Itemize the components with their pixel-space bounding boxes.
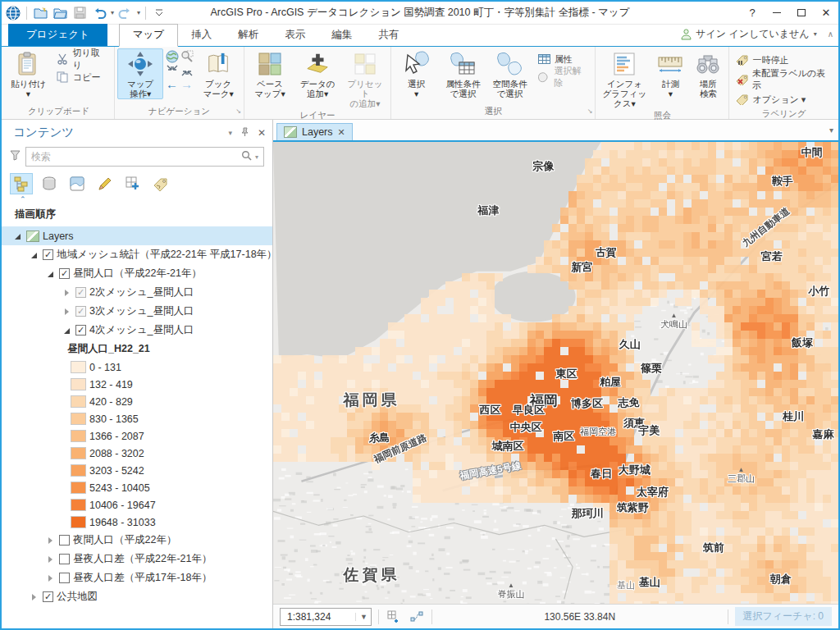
editing-status-icon[interactable] (409, 609, 425, 625)
zoom-to-selection-icon[interactable] (180, 50, 194, 63)
legend-swatch[interactable] (71, 516, 86, 528)
expand-arrow-icon[interactable] (13, 231, 23, 241)
legend-class-item[interactable]: 132 - 419 (2, 376, 272, 393)
new-layer-tab[interactable] (121, 173, 144, 194)
list-by-drawing-order-tab[interactable] (10, 173, 33, 194)
ribbon-tab-表示[interactable]: 表示 (272, 25, 318, 46)
save-button[interactable] (71, 5, 88, 21)
legend-swatch[interactable] (71, 378, 86, 390)
search-dropdown-icon[interactable]: ▾ (255, 153, 258, 161)
layer-visibility-checkbox[interactable]: ✓ (43, 249, 53, 260)
layer-tree-item[interactable]: ✓昼間人口（平成22年-21年） (2, 264, 272, 283)
legend-swatch[interactable] (71, 447, 86, 459)
expand-arrow-icon[interactable] (46, 573, 56, 583)
expand-arrow-icon[interactable] (62, 288, 72, 298)
search-input[interactable] (31, 151, 238, 162)
dialog-launcher-icon[interactable]: ↘ (235, 105, 241, 117)
legend-field-caption[interactable]: 昼間人口_H22_21 (2, 340, 272, 358)
ribbon-tab-解析[interactable]: 解析 (225, 25, 272, 46)
new-project-button[interactable] (32, 5, 48, 21)
ribbon-tab-編集[interactable]: 編集 (318, 25, 365, 46)
bookmarks-button[interactable]: ブック マーク▾ (195, 48, 241, 99)
pause-labeling-button[interactable]: 一時停止 (732, 52, 836, 68)
snapping-toggle-icon[interactable] (386, 609, 402, 625)
close-pane-icon[interactable]: ✕ (258, 127, 266, 139)
collapse-gallery-chevron[interactable]: ⌃ (2, 196, 272, 203)
filter-funnel-icon[interactable] (10, 149, 21, 164)
layer-visibility-checkbox[interactable]: ✓ (43, 591, 53, 602)
layer-tree-item[interactable]: Layers (2, 226, 272, 245)
layer-tree-item[interactable]: ✓4次メッシュ_昼間人口 (2, 321, 272, 340)
layer-visibility-checkbox[interactable] (59, 554, 70, 564)
sign-in-status[interactable]: サイン インしていません ▾ ∧ (681, 27, 833, 41)
legend-swatch[interactable] (71, 499, 86, 511)
legend-class-item[interactable]: 3203 - 5242 (2, 462, 272, 479)
paste-button[interactable]: 貼り付け ▾ (6, 48, 51, 99)
legend-class-item[interactable]: 1366 - 2087 (2, 427, 272, 445)
map-canvas[interactable] (273, 142, 838, 604)
map-view-tab[interactable]: Layers ✕ (276, 123, 353, 140)
expand-arrow-icon[interactable] (62, 307, 72, 317)
layer-tree-item[interactable]: 昼夜人口差（平成17年-18年） (2, 568, 272, 587)
legend-class-item[interactable]: 2088 - 3202 (2, 445, 272, 462)
legend-class-item[interactable]: 830 - 1365 (2, 410, 272, 427)
layer-visibility-checkbox[interactable]: ✓ (75, 325, 86, 336)
legend-class-item[interactable]: 420 - 829 (2, 393, 272, 410)
list-by-data-source-tab[interactable] (38, 173, 61, 194)
layer-tree-item[interactable]: 昼夜人口差（平成22年-21年） (2, 550, 272, 568)
select-by-location-button[interactable]: 空間条件 で選択 (487, 48, 532, 99)
layer-visibility-checkbox[interactable] (59, 573, 70, 583)
expand-arrow-icon[interactable] (62, 326, 72, 336)
pane-menu-icon[interactable]: ▾ (228, 129, 232, 137)
locate-button[interactable]: 場所 検索 (690, 48, 726, 99)
layer-tree-item[interactable]: ✓3次メッシュ_昼間人口 (2, 302, 272, 321)
next-extent-icon[interactable]: → (180, 78, 194, 91)
collapse-ribbon-icon[interactable]: ∧ (828, 30, 833, 39)
add-preset-button[interactable]: プリセット の追加▾ (342, 48, 388, 109)
labeling-options-button[interactable]: オプション ▾ (732, 91, 836, 107)
clear-selection-button[interactable]: 選択解除 (534, 69, 593, 85)
legend-class-item[interactable]: 0 - 131 (2, 358, 272, 376)
select-by-attributes-button[interactable]: 属性条件 で選択 (441, 48, 486, 99)
infographics-button[interactable]: インフォ グラフィックス▾ (598, 48, 651, 109)
explore-button[interactable]: マップ 操作▾ (117, 48, 163, 99)
view-unplaced-labels-button[interactable]: 未配置ラベルの表示 (732, 71, 836, 88)
help-button[interactable]: ? (740, 2, 765, 24)
ribbon-tab-プロジェクト[interactable]: プロジェクト (8, 24, 107, 46)
fixed-zoom-out-icon[interactable] (180, 64, 194, 77)
legend-class-item[interactable]: 10406 - 19647 (2, 496, 272, 514)
legend-swatch[interactable] (71, 395, 86, 408)
measure-button[interactable]: 計測 ▾ (652, 48, 688, 99)
legend-swatch[interactable] (71, 430, 86, 442)
search-icon[interactable] (241, 149, 252, 164)
ribbon-tab-マップ[interactable]: マップ (119, 24, 178, 47)
layer-tree-item[interactable]: ✓2次メッシュ_昼間人口 (2, 283, 272, 302)
basemap-button[interactable]: ベース マップ▾ (247, 48, 293, 99)
legend-class-item[interactable]: 5243 - 10405 (2, 479, 272, 496)
legend-swatch[interactable] (71, 464, 86, 477)
ribbon-tab-挿入[interactable]: 挿入 (178, 25, 225, 46)
expand-arrow-icon[interactable] (30, 250, 39, 260)
legend-swatch[interactable] (71, 413, 86, 425)
layer-tree-item[interactable]: ✓公共地図 (2, 587, 272, 606)
legend-swatch[interactable] (71, 482, 86, 494)
pin-icon[interactable] (240, 127, 249, 139)
copy-button[interactable]: コピー (52, 69, 112, 85)
tab-list-dropdown-icon[interactable]: ▾ (829, 126, 833, 135)
open-project-button[interactable] (52, 5, 68, 21)
layer-visibility-checkbox[interactable]: ✓ (75, 287, 86, 298)
undo-button[interactable] (91, 5, 107, 21)
maximize-button[interactable] (789, 2, 814, 24)
full-extent-globe-icon[interactable] (165, 50, 179, 63)
list-by-labeling-tab[interactable] (149, 173, 172, 194)
layer-tree-item[interactable]: 夜間人口（平成22年） (2, 531, 272, 550)
layer-visibility-checkbox[interactable]: ✓ (59, 268, 70, 279)
dialog-launcher-icon[interactable]: ↘ (587, 105, 593, 117)
select-button[interactable]: 選択 ▾ (394, 48, 439, 99)
expand-arrow-icon[interactable] (46, 555, 56, 564)
redo-button[interactable] (117, 5, 134, 21)
legend-class-item[interactable]: 19648 - 31033 (2, 514, 272, 531)
add-data-button[interactable]: データの 追加▾ (294, 48, 340, 99)
list-by-selection-tab[interactable] (66, 173, 89, 194)
cut-button[interactable]: 切り取り (52, 51, 112, 67)
